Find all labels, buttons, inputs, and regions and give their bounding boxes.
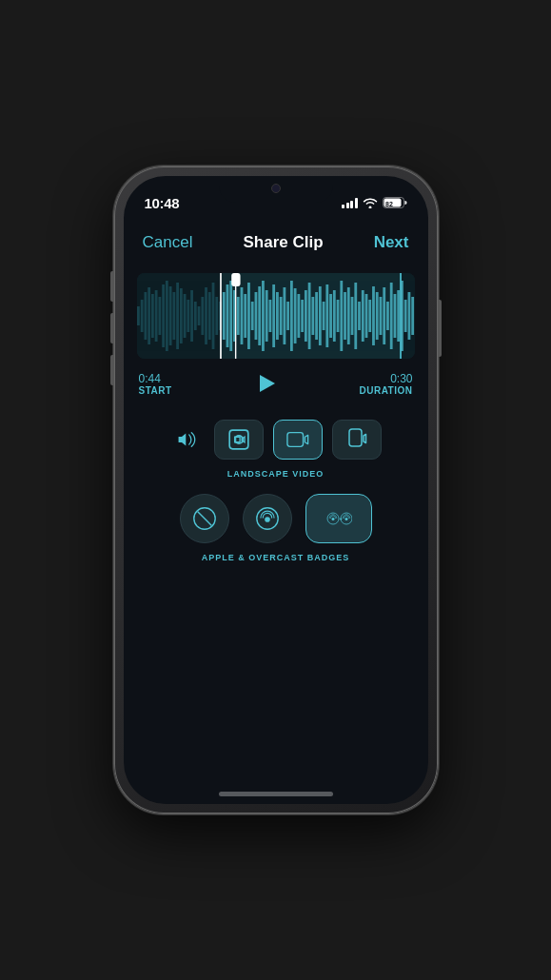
notch [219,176,333,203]
svg-rect-51 [301,300,304,332]
duration-label: DURATION [359,385,412,396]
svg-rect-43 [272,284,275,347]
svg-rect-49 [293,288,296,343]
cancel-button[interactable]: Cancel [143,233,193,252]
svg-rect-71 [372,286,375,345]
svg-rect-10 [158,297,161,335]
svg-rect-17 [183,294,186,338]
svg-rect-11 [162,284,165,347]
status-time: 10:48 [145,195,180,211]
svg-rect-47 [286,302,289,330]
play-button[interactable] [248,366,283,401]
svg-rect-63 [344,292,346,340]
waveform-display [137,273,415,359]
volume-button[interactable] [170,420,205,460]
svg-rect-40 [262,281,265,351]
square-video-icon [227,428,250,451]
svg-rect-59 [329,294,332,338]
svg-rect-15 [176,283,179,349]
svg-rect-19 [190,290,193,342]
svg-rect-9 [154,290,157,342]
start-time: 0:44 START [139,372,172,396]
svg-rect-62 [340,281,343,351]
svg-rect-58 [325,284,328,347]
svg-rect-35 [244,294,246,338]
badge-option-label: APPLE & OVERCAST BADGES [202,553,350,562]
svg-rect-44 [276,292,279,340]
svg-rect-66 [354,283,357,349]
svg-rect-57 [322,302,325,330]
svg-rect-26 [215,297,218,335]
svg-rect-21 [197,306,200,325]
home-indicator[interactable] [219,792,333,796]
svg-rect-77 [393,294,396,338]
portrait-video-icon [345,428,368,451]
svg-rect-16 [179,288,182,343]
status-icons: 82 [342,197,407,208]
svg-rect-24 [207,292,210,340]
svg-rect-67 [358,302,361,330]
svg-rect-69 [364,294,367,338]
svg-rect-70 [368,300,371,332]
svg-rect-29 [222,292,225,340]
svg-point-100 [344,518,347,520]
svg-rect-55 [315,292,318,340]
no-badge-button[interactable] [180,494,229,543]
camera [271,184,281,193]
svg-rect-30 [226,284,228,347]
svg-rect-46 [283,287,285,344]
nav-bar: Cancel Share Clip Next [124,222,428,264]
apple-badge-button[interactable] [243,494,292,543]
svg-rect-86 [231,273,240,286]
both-badges-icon: + [325,505,352,532]
start-time-value: 0:44 [139,372,172,385]
square-video-button[interactable] [214,420,264,460]
svg-rect-81 [407,292,410,340]
svg-rect-12 [165,281,167,351]
svg-rect-38 [254,292,257,340]
volume-icon [176,428,199,451]
svg-rect-68 [361,290,364,342]
svg-rect-90 [286,433,303,447]
portrait-video-button[interactable] [332,420,382,460]
svg-rect-54 [311,297,314,335]
battery-icon: 82 [383,197,407,208]
apple-badge-icon [254,505,281,532]
no-badge-icon [191,505,218,532]
svg-rect-80 [403,300,406,332]
svg-rect-65 [350,297,353,335]
waveform-container[interactable] [137,273,415,359]
svg-rect-18 [187,300,189,332]
svg-rect-8 [150,294,153,338]
both-badges-button[interactable]: + [305,494,372,543]
wifi-icon [363,197,378,208]
svg-point-97 [331,518,334,520]
svg-rect-20 [193,302,196,330]
svg-rect-22 [201,297,204,335]
svg-rect-14 [172,292,175,340]
landscape-video-button[interactable] [273,420,323,460]
svg-rect-82 [411,297,414,335]
svg-rect-56 [318,286,321,345]
svg-rect-87 [229,430,248,449]
svg-rect-64 [346,287,349,344]
start-time-label: START [139,385,172,396]
video-option-label: LANDSCAPE VIDEO [227,469,325,479]
svg-rect-73 [379,297,382,335]
svg-rect-78 [397,290,400,342]
svg-rect-76 [389,283,392,349]
svg-rect-4 [137,306,140,325]
svg-rect-42 [268,300,271,332]
svg-rect-72 [375,292,378,340]
svg-rect-33 [236,297,239,335]
playback-controls: 0:44 START 0:30 DURATION [124,359,428,401]
svg-rect-34 [240,287,243,344]
svg-text:82: 82 [385,201,393,207]
svg-rect-25 [211,283,214,349]
landscape-video-icon [286,428,309,451]
next-button[interactable]: Next [374,233,409,252]
phone-screen: 10:48 82 [124,176,428,804]
svg-point-95 [265,517,270,522]
svg-rect-36 [247,283,250,349]
video-options-row [170,420,382,460]
